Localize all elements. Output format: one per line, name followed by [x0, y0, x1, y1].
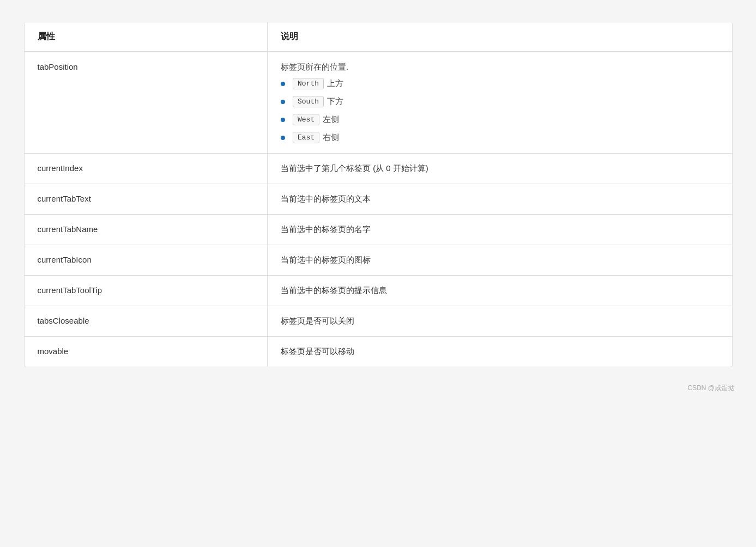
- header-description: 说明: [268, 22, 732, 52]
- property-name: currentTabText: [38, 194, 91, 203]
- footer-credit: CSDN @咸蛋挞: [687, 384, 734, 392]
- table-header-row: 属性 说明: [25, 22, 732, 52]
- description-text: 当前选中的标签页的提示信息: [281, 285, 387, 295]
- code-tag: South: [293, 96, 324, 107]
- property-cell: currentTabText: [25, 184, 268, 215]
- description-cell: 当前选中了第几个标签页 (从 0 开始计算): [268, 154, 732, 184]
- header-property: 属性: [25, 22, 268, 52]
- description-cell: 标签页是否可以关闭: [268, 306, 732, 337]
- bullet-dot-icon: [281, 136, 285, 140]
- properties-table-container: 属性 说明 tabPosition标签页所在的位置.North上方South下方…: [24, 22, 733, 367]
- property-cell: movable: [25, 337, 268, 367]
- bullet-dot-icon: [281, 118, 285, 122]
- table-row: currentTabText当前选中的标签页的文本: [25, 184, 732, 215]
- description-cell: 当前选中的标签页的提示信息: [268, 276, 732, 306]
- bullet-dot-icon: [281, 100, 285, 104]
- description-text: 标签页是否可以关闭: [281, 316, 354, 325]
- description-text: 当前选中的标签页的文本: [281, 194, 371, 203]
- bullet-text: 左侧: [323, 114, 339, 125]
- property-cell: currentTabIcon: [25, 245, 268, 276]
- page-footer: CSDN @咸蛋挞: [11, 378, 745, 398]
- list-item: South下方: [281, 96, 719, 107]
- property-name: currentTabToolTip: [38, 285, 102, 295]
- list-item: North上方: [281, 78, 719, 89]
- table-row: currentTabIcon当前选中的标签页的图标: [25, 245, 732, 276]
- property-name: currentTabName: [38, 224, 98, 234]
- property-name: tabsCloseable: [38, 316, 89, 325]
- description-text: 当前选中了第几个标签页 (从 0 开始计算): [281, 163, 428, 173]
- bullet-list: North上方South下方West左侧East右侧: [281, 78, 719, 143]
- code-tag: West: [293, 114, 319, 125]
- bullet-text: 上方: [327, 78, 343, 89]
- property-cell: tabPosition: [25, 52, 268, 154]
- property-name: currentTabIcon: [38, 255, 92, 264]
- property-cell: tabsCloseable: [25, 306, 268, 337]
- code-tag: North: [293, 78, 324, 89]
- list-item: West左侧: [281, 114, 719, 125]
- description-cell: 当前选中的标签页的文本: [268, 184, 732, 215]
- table-row: tabsCloseable标签页是否可以关闭: [25, 306, 732, 337]
- description-text: 当前选中的标签页的图标: [281, 255, 371, 264]
- description-text: 当前选中的标签页的名字: [281, 224, 371, 234]
- table-row: tabPosition标签页所在的位置.North上方South下方West左侧…: [25, 52, 732, 154]
- description-text: 标签页是否可以移动: [281, 347, 354, 356]
- description-cell: 当前选中的标签页的名字: [268, 215, 732, 245]
- property-cell: currentIndex: [25, 154, 268, 184]
- description-cell: 当前选中的标签页的图标: [268, 245, 732, 276]
- bullet-text: 右侧: [323, 132, 339, 143]
- property-name: tabPosition: [38, 62, 78, 71]
- table-row: movable标签页是否可以移动: [25, 337, 732, 367]
- table-row: currentTabName当前选中的标签页的名字: [25, 215, 732, 245]
- list-item: East右侧: [281, 132, 719, 143]
- property-name: movable: [38, 347, 69, 356]
- description-text: 标签页所在的位置.: [281, 62, 719, 72]
- description-cell: 标签页是否可以移动: [268, 337, 732, 367]
- table-row: currentIndex当前选中了第几个标签页 (从 0 开始计算): [25, 154, 732, 184]
- property-name: currentIndex: [38, 163, 83, 173]
- table-row: currentTabToolTip当前选中的标签页的提示信息: [25, 276, 732, 306]
- description-cell: 标签页所在的位置.North上方South下方West左侧East右侧: [268, 52, 732, 154]
- code-tag: East: [293, 132, 319, 143]
- property-cell: currentTabToolTip: [25, 276, 268, 306]
- bullet-text: 下方: [327, 96, 343, 107]
- property-cell: currentTabName: [25, 215, 268, 245]
- bullet-dot-icon: [281, 82, 285, 86]
- properties-table: 属性 说明 tabPosition标签页所在的位置.North上方South下方…: [25, 22, 732, 367]
